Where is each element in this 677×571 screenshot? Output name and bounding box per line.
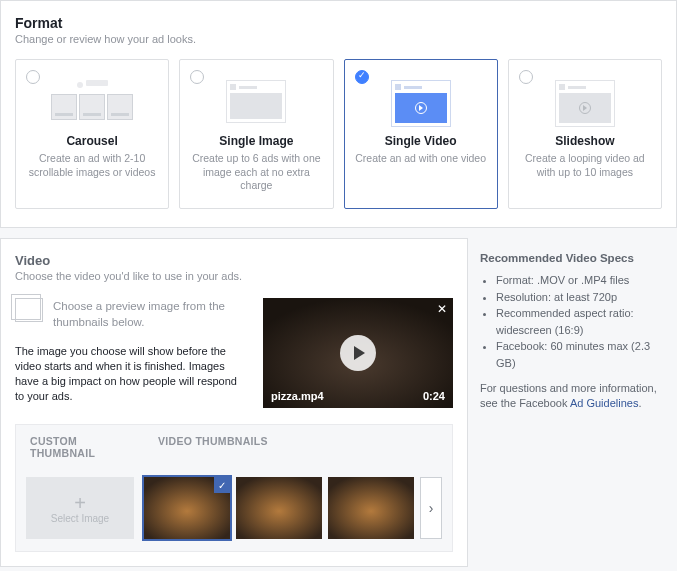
video-panel: Video Choose the video you'd like to use… [0, 238, 468, 567]
video-player[interactable]: ✕ pizza.mp4 0:24 [263, 298, 453, 408]
single-video-illustration [376, 80, 466, 126]
radio-unchecked-icon [519, 70, 533, 84]
carousel-illustration [47, 80, 137, 126]
format-option-desc: Create a looping video ad with up to 10 … [519, 152, 651, 179]
format-option-title: Single Video [355, 134, 487, 148]
plus-icon: + [74, 493, 86, 513]
specs-panel: Recommended Video Specs Format: .MOV or … [478, 238, 677, 567]
specs-note-suffix: . [638, 397, 641, 409]
radio-checked-icon [355, 70, 369, 84]
thumbnail-body: + Select Image › [16, 469, 452, 551]
video-filename: pizza.mp4 [271, 390, 324, 402]
video-thumbnail-2[interactable] [236, 477, 322, 539]
thumbnail-stack-icon [15, 298, 43, 322]
format-option-single-video[interactable]: Single Video Create an ad with one video [344, 59, 498, 209]
ad-guidelines-link[interactable]: Ad Guidelines [570, 397, 639, 409]
chevron-right-icon: › [429, 500, 434, 516]
specs-item: Format: .MOV or .MP4 files [496, 272, 667, 289]
preview-instruction: Choose a preview image from the thumbnai… [15, 298, 249, 330]
slideshow-illustration [540, 80, 630, 126]
custom-thumbnail-label: Select Image [51, 513, 109, 524]
video-thumbnail-3[interactable] [328, 477, 414, 539]
format-option-slideshow[interactable]: Slideshow Create a looping video ad with… [508, 59, 662, 209]
video-duration: 0:24 [423, 390, 445, 402]
tab-custom-thumbnail[interactable]: CUSTOM THUMBNAIL [16, 425, 144, 469]
play-icon [415, 102, 427, 114]
preview-text-col: Choose a preview image from the thumbnai… [15, 298, 249, 404]
format-subtitle: Change or review how your ad looks. [15, 33, 662, 45]
preview-row: Choose a preview image from the thumbnai… [15, 298, 453, 408]
preview-instruction-text: Choose a preview image from the thumbnai… [53, 298, 249, 330]
specs-title: Recommended Video Specs [480, 252, 667, 264]
close-icon[interactable]: ✕ [437, 302, 447, 316]
specs-item: Facebook: 60 minutes max (2.3 GB) [496, 338, 667, 371]
format-panel: Format Change or review how your ad look… [0, 0, 677, 228]
thumbnail-section: CUSTOM THUMBNAIL VIDEO THUMBNAILS + Sele… [15, 424, 453, 552]
specs-item: Recommended aspect ratio: widescreen (16… [496, 305, 667, 338]
video-title: Video [15, 253, 453, 268]
format-options-row: Carousel Create an ad with 2-10 scrollab… [15, 59, 662, 209]
video-thumbnail-1[interactable] [144, 477, 230, 539]
specs-item: Resolution: at least 720p [496, 289, 667, 306]
radio-unchecked-icon [190, 70, 204, 84]
video-thumbnails-list: › [144, 477, 442, 539]
tab-video-thumbnails[interactable]: VIDEO THUMBNAILS [144, 425, 282, 469]
single-image-illustration [211, 80, 301, 126]
thumbnail-tabs: CUSTOM THUMBNAIL VIDEO THUMBNAILS [16, 425, 452, 469]
format-option-carousel[interactable]: Carousel Create an ad with 2-10 scrollab… [15, 59, 169, 209]
specs-list: Format: .MOV or .MP4 files Resolution: a… [480, 272, 667, 371]
format-option-title: Carousel [26, 134, 158, 148]
play-icon [579, 102, 591, 114]
format-option-title: Slideshow [519, 134, 651, 148]
format-option-desc: Create an ad with one video [355, 152, 487, 166]
format-option-desc: Create up to 6 ads with one image each a… [190, 152, 322, 193]
format-option-single-image[interactable]: Single Image Create up to 6 ads with one… [179, 59, 333, 209]
preview-note: The image you choose will show before th… [15, 344, 249, 403]
radio-unchecked-icon [26, 70, 40, 84]
format-title: Format [15, 15, 662, 31]
thumbnails-next-button[interactable]: › [420, 477, 442, 539]
specs-note: For questions and more information, see … [480, 381, 667, 412]
format-option-title: Single Image [190, 134, 322, 148]
custom-thumbnail-upload[interactable]: + Select Image [26, 477, 134, 539]
video-subtitle: Choose the video you'd like to use in yo… [15, 270, 453, 282]
play-button-icon[interactable] [340, 335, 376, 371]
lower-section: Video Choose the video you'd like to use… [0, 238, 677, 567]
format-option-desc: Create an ad with 2-10 scrollable images… [26, 152, 158, 179]
